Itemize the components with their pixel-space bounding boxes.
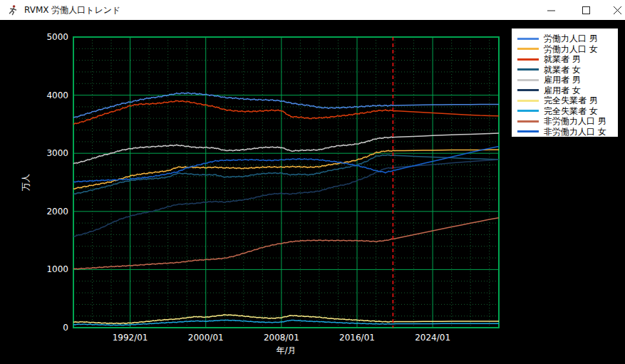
legend-item: 就業者 女 bbox=[517, 65, 616, 76]
maximize-icon bbox=[582, 6, 590, 14]
minimize-icon bbox=[547, 6, 555, 14]
legend-label: 雇用者 男 bbox=[544, 76, 581, 84]
legend-item: 完全失業者 男 bbox=[517, 95, 616, 106]
y-tick-label: 1000 bbox=[46, 264, 68, 274]
legend-item: 雇用者 男 bbox=[517, 75, 616, 85]
y-tick-label: 4000 bbox=[46, 90, 68, 100]
close-icon bbox=[614, 6, 621, 14]
close-button[interactable] bbox=[606, 0, 625, 20]
legend-swatch-line bbox=[517, 38, 539, 40]
y-tick-label: 2000 bbox=[46, 207, 68, 217]
legend-swatch-line bbox=[517, 89, 539, 91]
legend-item: 非労働力人口 女 bbox=[517, 127, 616, 137]
legend-label: 労働力人口 男 bbox=[544, 34, 598, 43]
series-line-6 bbox=[73, 315, 499, 324]
legend-label: 完全失業者 女 bbox=[544, 107, 598, 115]
x-tick-label: 2000/01 bbox=[188, 333, 224, 343]
legend-item: 完全失業者 女 bbox=[517, 106, 616, 117]
legend-item: 雇用者 女 bbox=[517, 85, 616, 96]
legend-swatch-line bbox=[517, 68, 539, 71]
y-axis-title: 万人 bbox=[21, 174, 31, 191]
legend-swatch-line bbox=[517, 48, 539, 50]
legend-label: 雇用者 女 bbox=[544, 86, 581, 95]
series-line-1 bbox=[73, 150, 499, 189]
chart-client-area: 0100020003000400050001992/012000/012008/… bbox=[0, 20, 625, 364]
y-tick-label: 3000 bbox=[46, 148, 68, 158]
legend-item: 労働力人口 男 bbox=[517, 33, 616, 44]
legend-swatch-line bbox=[517, 79, 539, 81]
legend-item: 就業者 男 bbox=[517, 54, 616, 65]
x-tick-label: 2008/01 bbox=[264, 333, 299, 343]
legend-swatch-line bbox=[517, 130, 539, 132]
legend-label: 非労働力人口 男 bbox=[544, 117, 606, 125]
legend-swatch-line bbox=[517, 100, 539, 102]
legend-swatch-line bbox=[517, 58, 539, 61]
x-axis-title: 年/月 bbox=[276, 345, 296, 355]
legend-label: 就業者 女 bbox=[544, 66, 581, 74]
y-tick-label: 5000 bbox=[46, 32, 68, 42]
legend-label: 非労働力人口 女 bbox=[544, 128, 606, 136]
series-line-5 bbox=[73, 160, 499, 236]
x-tick-label: 1992/01 bbox=[113, 333, 148, 343]
plot-border bbox=[73, 37, 499, 328]
series-line-2 bbox=[73, 100, 499, 124]
y-tick-label: 0 bbox=[63, 323, 68, 333]
legend-item: 労働力人口 女 bbox=[517, 44, 616, 55]
minimize-button[interactable] bbox=[539, 0, 562, 20]
legend-swatch-line bbox=[517, 120, 539, 123]
legend-item: 非労働力人口 男 bbox=[517, 116, 616, 127]
x-tick-label: 2016/01 bbox=[339, 333, 375, 343]
x-tick-label: 2024/01 bbox=[415, 333, 450, 343]
series-line-8 bbox=[73, 218, 499, 269]
legend-swatch-line bbox=[517, 110, 539, 112]
window-title: RVMX 労働人口トレンド bbox=[24, 4, 120, 16]
title-bar: RVMX 労働人口トレンド bbox=[0, 0, 625, 20]
running-person-icon bbox=[6, 4, 18, 16]
maximize-button[interactable] bbox=[574, 0, 597, 20]
app-window: RVMX 労働人口トレンド 0100020003000400050001992/… bbox=[0, 0, 625, 364]
legend-label: 就業者 男 bbox=[544, 55, 581, 63]
legend: 労働力人口 男労働力人口 女就業者 男就業者 女雇用者 男雇用者 女完全失業者 … bbox=[512, 28, 618, 137]
legend-label: 労働力人口 女 bbox=[544, 45, 598, 53]
legend-label: 完全失業者 男 bbox=[544, 96, 598, 105]
